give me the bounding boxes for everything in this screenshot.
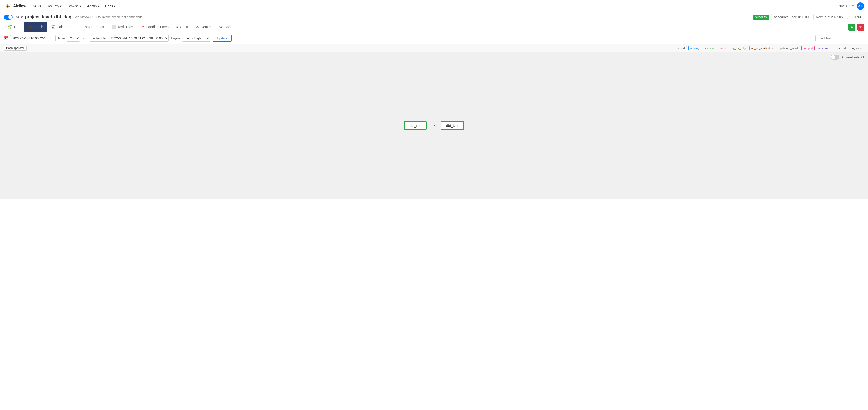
dag-node-dbt-run[interactable]: dbt_run (404, 121, 427, 130)
nav-security[interactable]: Security ▾ (46, 3, 62, 9)
nav-admin[interactable]: Admin ▾ (87, 3, 100, 9)
status-queued: queued (674, 46, 687, 50)
status-running: running (688, 46, 701, 50)
status-badge: success (753, 14, 769, 20)
dag-description: An Airflow DAG to invoke simple dbt comm… (75, 15, 142, 19)
time-display[interactable]: 16:02 UTC ▾ (836, 4, 854, 8)
airflow-logo (4, 2, 12, 10)
auto-refresh-bar: Auto-refresh ↻ (831, 55, 864, 60)
docs-chevron-icon: ▾ (114, 4, 115, 8)
tab-details[interactable]: ⚠ Details (192, 22, 215, 32)
dag-arrow: → (432, 123, 436, 128)
graph-area: Auto-refresh ↻ dbt_run → dbt_test (0, 52, 868, 199)
calendar-icon: 📅 (4, 36, 9, 40)
status-upstream-failed: upstream_failed (777, 46, 800, 50)
svg-point-1 (7, 5, 8, 7)
runs-select[interactable]: 25 (67, 35, 80, 41)
landing-icon: 🔻 (141, 25, 145, 29)
brand-name: Airflow (13, 4, 26, 8)
time-chevron-icon: ▾ (852, 4, 854, 8)
date-input[interactable] (10, 35, 56, 41)
update-button[interactable]: Update (213, 35, 231, 41)
navbar-right: 16:02 UTC ▾ AA (836, 2, 864, 10)
navbar: Airflow DAGs Security ▾ Browse ▾ Admin ▾… (0, 0, 868, 12)
status-bar: BashOperator queued running success fail… (0, 44, 868, 52)
play-icon: ▶ (851, 25, 853, 29)
status-failed: failed (718, 46, 728, 50)
layout-group: Layout Left > Right Top > Bottom (171, 35, 210, 41)
dag-name: project_level_dbt_dag (25, 14, 71, 20)
status-deferred: deferred (834, 46, 847, 50)
tab-task-tries[interactable]: ⬜ Task Tries (108, 22, 137, 32)
tree-icon: 🌿 (8, 25, 12, 29)
auto-refresh-toggle[interactable] (831, 55, 839, 60)
tries-icon: ⬜ (112, 25, 116, 29)
tab-calendar[interactable]: 📅 Calendar (47, 22, 74, 32)
calendar-icon: 📅 (51, 25, 55, 29)
dag-title-section: DAG: project_level_dbt_dag An Airflow DA… (4, 14, 143, 20)
find-task-input[interactable] (815, 35, 864, 41)
status-up-retry: up_for_retry (730, 46, 748, 50)
tabs-bar: 🌿 Tree ⬛ Graph 📅 Calendar ⏱ Task Duratio… (0, 22, 868, 32)
dag-toggle[interactable] (4, 14, 13, 20)
tab-graph[interactable]: ⬛ Graph (24, 22, 47, 32)
schedule-info: Schedule: 1 day, 0:00:00 (771, 14, 811, 20)
time-value: 16:02 UTC (836, 4, 851, 8)
runs-group: Runs 25 (58, 35, 80, 41)
date-group: 📅 (4, 35, 56, 41)
tab-gantt[interactable]: ≡ Gantt (173, 22, 192, 32)
auto-refresh-label: Auto-refresh (841, 56, 859, 59)
tab-landing-times[interactable]: 🔻 Landing Times (137, 22, 173, 32)
details-icon: ⚠ (196, 25, 199, 29)
nav-docs[interactable]: Docs ▾ (105, 3, 116, 9)
dag-header: DAG: project_level_dbt_dag An Airflow DA… (0, 12, 868, 22)
run-dag-button[interactable]: ▶ (848, 24, 855, 31)
status-no-status: no_status (849, 46, 864, 50)
tabs-right: ▶ 🗑 (848, 24, 864, 31)
trash-icon: 🗑 (859, 25, 862, 29)
duration-icon: ⏱ (79, 25, 82, 29)
dag-flow: dbt_run → dbt_test (404, 121, 464, 130)
run-group: Run scheduled__2022-05-14T16:00:41.02353… (82, 35, 169, 41)
navbar-left: Airflow DAGs Security ▾ Browse ▾ Admin ▾… (4, 2, 116, 10)
tab-code[interactable]: <> Code (215, 22, 237, 32)
gantt-icon: ≡ (177, 25, 179, 29)
tab-tree[interactable]: 🌿 Tree (4, 22, 24, 32)
status-up-reschedule: up_for_reschedule (749, 46, 775, 50)
operator-tag: BashOperator (4, 46, 27, 51)
status-scheduled: scheduled (816, 46, 832, 50)
tab-task-duration[interactable]: ⏱ Task Duration (74, 22, 108, 32)
nav-browse[interactable]: Browse ▾ (67, 3, 82, 9)
controls-bar: 📅 Runs 25 Run scheduled__2022-05-14T16:0… (0, 32, 868, 44)
run-select[interactable]: scheduled__2022-05-14T16:00:41.023536+00… (90, 35, 169, 41)
refresh-icon[interactable]: ↻ (861, 55, 864, 60)
layout-label: Layout (171, 36, 181, 40)
brand[interactable]: Airflow (4, 2, 26, 10)
status-badges: queued running success failed up_for_ret… (674, 46, 864, 50)
dag-label: DAG: (14, 15, 23, 19)
dag-meta: success Schedule: 1 day, 0:00:00 Next Ru… (753, 14, 864, 20)
run-label: Run (82, 36, 88, 40)
runs-label: Runs (58, 36, 65, 40)
graph-icon: ⬛ (28, 25, 32, 29)
security-chevron-icon: ▾ (60, 4, 62, 8)
tabs-left: 🌿 Tree ⬛ Graph 📅 Calendar ⏱ Task Duratio… (4, 22, 237, 32)
next-run-info: Next Run: 2022-05-15, 16:00:41 (813, 14, 864, 20)
status-skipped: skipped (801, 46, 814, 50)
browse-chevron-icon: ▾ (80, 4, 81, 8)
admin-chevron-icon: ▾ (98, 4, 99, 8)
layout-select[interactable]: Left > Right Top > Bottom (182, 35, 210, 41)
status-success: success (703, 46, 716, 50)
delete-dag-button[interactable]: 🗑 (857, 24, 864, 31)
dag-node-dbt-test[interactable]: dbt_test (441, 121, 464, 130)
user-avatar[interactable]: AA (857, 2, 864, 10)
code-icon: <> (219, 25, 223, 29)
nav-dags[interactable]: DAGs (31, 3, 41, 9)
